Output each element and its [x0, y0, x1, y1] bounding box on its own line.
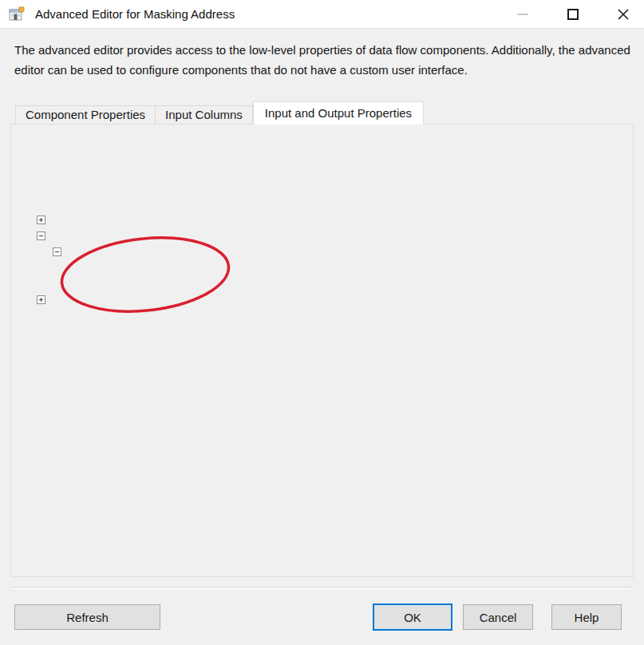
expand-icon[interactable] — [37, 216, 45, 224]
collapse-icon[interactable] — [37, 231, 45, 240]
maximize-icon — [567, 9, 579, 20]
collapse-icon[interactable] — [53, 247, 61, 256]
minimize-button[interactable] — [504, 0, 541, 29]
window-title: Advanced Editor for Masking Address — [35, 7, 235, 21]
maximize-button[interactable] — [555, 0, 591, 29]
tab-strip: Component Properties Input Columns Input… — [15, 101, 424, 125]
tab-input-output-properties[interactable]: Input and Output Properties — [253, 101, 424, 125]
help-button[interactable]: Help — [551, 604, 622, 630]
separator — [12, 587, 632, 589]
dialog-description: The advanced editor provides access to t… — [14, 40, 630, 80]
title-bar: Advanced Editor for Masking Address — [0, 0, 644, 29]
tab-component-properties[interactable]: Component Properties — [15, 105, 156, 124]
tab-page — [10, 124, 634, 577]
refresh-button[interactable]: Refresh — [14, 604, 160, 630]
close-button[interactable] — [605, 0, 642, 29]
advanced-editor-dialog: Advanced Editor for Masking Address The … — [0, 0, 644, 645]
app-icon — [9, 6, 26, 22]
cancel-button[interactable]: Cancel — [463, 604, 533, 630]
ok-button[interactable]: OK — [373, 603, 452, 631]
expand-icon[interactable] — [37, 295, 45, 304]
tab-input-columns[interactable]: Input Columns — [156, 105, 253, 124]
minimize-icon — [517, 14, 528, 15]
close-icon — [617, 8, 630, 21]
